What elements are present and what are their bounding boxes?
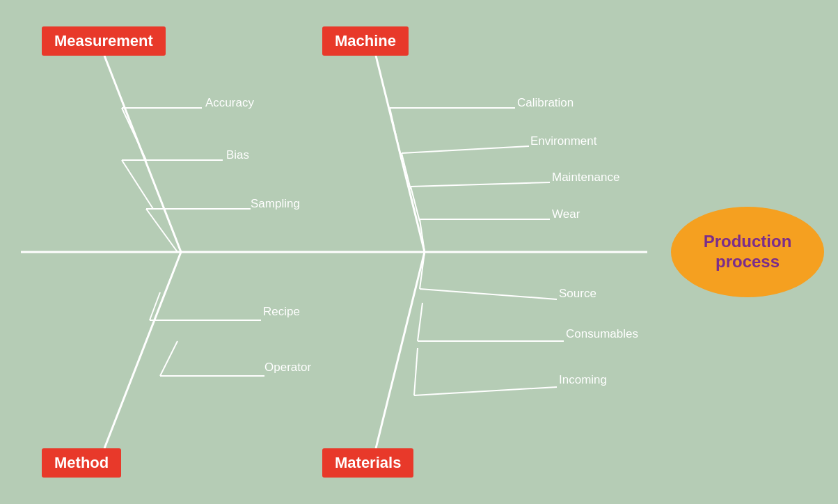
consumables-label: Consumables: [566, 327, 638, 341]
materials-box: Materials: [322, 448, 413, 478]
svg-line-21: [160, 341, 177, 376]
accuracy-label: Accuracy: [205, 96, 254, 110]
svg-line-3: [122, 108, 146, 160]
svg-line-27: [414, 387, 557, 395]
svg-line-19: [150, 292, 160, 320]
svg-line-10: [390, 108, 402, 160]
wear-label: Wear: [552, 207, 580, 221]
operator-label: Operator: [264, 361, 311, 375]
production-process-label: Productionprocess: [704, 232, 792, 272]
svg-line-17: [104, 252, 181, 448]
environment-label: Environment: [530, 134, 596, 148]
svg-line-28: [414, 348, 418, 395]
svg-line-11: [402, 146, 529, 153]
method-box: Method: [42, 448, 121, 478]
bias-label: Bias: [226, 148, 249, 162]
sampling-label: Sampling: [251, 197, 300, 211]
recipe-label: Recipe: [263, 305, 300, 319]
svg-line-26: [418, 303, 422, 341]
machine-box: Machine: [322, 26, 409, 56]
svg-line-12: [402, 153, 411, 189]
svg-line-13: [411, 182, 550, 187]
measurement-box: Measurement: [42, 26, 166, 56]
source-label: Source: [559, 287, 596, 301]
production-process-oval: Productionprocess: [671, 207, 824, 297]
calibration-label: Calibration: [517, 96, 574, 110]
incoming-label: Incoming: [559, 373, 607, 387]
maintenance-label: Maintenance: [552, 171, 619, 184]
svg-line-23: [420, 289, 557, 299]
